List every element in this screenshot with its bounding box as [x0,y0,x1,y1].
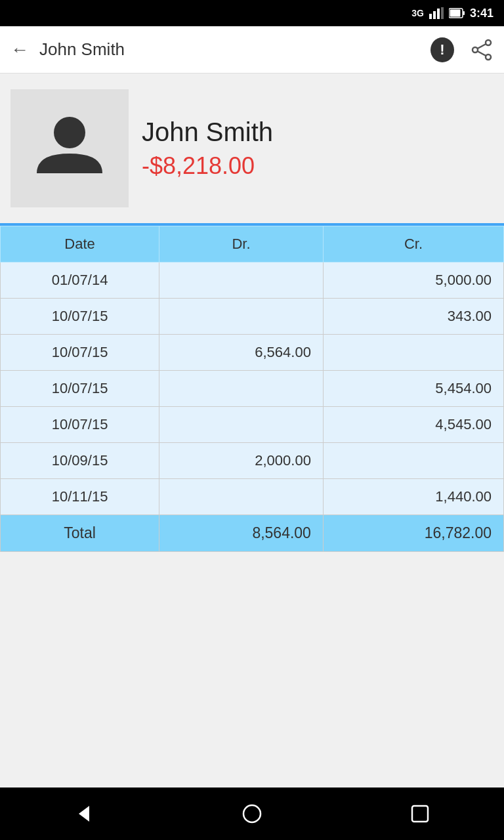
table-row: 10/09/152,000.00 [1,443,504,479]
total-dr: 8,564.00 [159,515,324,552]
share-button[interactable] [470,38,494,62]
dr-cell [159,407,324,443]
date-column-header: Date [1,226,159,262]
svg-line-11 [478,51,486,56]
person-icon [30,108,109,189]
table-row: 10/11/151,440.00 [1,479,504,515]
cr-cell [323,335,503,371]
app-bar: ← John Smith ! [0,26,504,74]
total-cr: 16,782.00 [323,515,503,552]
dr-cell [159,371,324,407]
svg-marker-13 [79,806,89,822]
date-cell: 10/09/15 [1,443,159,479]
signal-bars-icon [429,7,444,19]
transactions-table: Date Dr. Cr. 01/07/145,000.0010/07/15343… [0,226,504,788]
profile-info: John Smith -$8,218.00 [142,117,273,180]
avatar [10,89,129,207]
back-button[interactable]: ← [10,39,29,60]
dr-cell [159,262,324,299]
dr-column-header: Dr. [159,226,324,262]
share-icon [471,39,493,61]
profile-name: John Smith [142,117,273,147]
cr-cell: 1,440.00 [323,479,503,515]
profile-balance: -$8,218.00 [142,152,273,180]
dr-cell: 6,564.00 [159,335,324,371]
home-nav-button[interactable] [236,798,268,830]
cr-cell: 343.00 [323,299,503,335]
table-row: 01/07/145,000.00 [1,262,504,299]
info-button[interactable]: ! [430,38,454,62]
date-cell: 10/07/15 [1,371,159,407]
svg-point-12 [54,117,85,148]
svg-rect-2 [437,9,440,19]
status-bar: 3G 3:41 [0,0,504,26]
back-triangle-icon [74,803,94,824]
date-cell: 01/07/14 [1,262,159,299]
date-cell: 10/07/15 [1,335,159,371]
dr-cell [159,299,324,335]
table-header-row: Date Dr. Cr. [1,226,504,262]
total-row: Total8,564.0016,782.00 [1,515,504,552]
app-bar-title: John Smith [39,39,430,60]
back-nav-button[interactable] [68,798,100,830]
cr-column-header: Cr. [323,226,503,262]
date-cell: 10/07/15 [1,407,159,443]
svg-rect-1 [433,11,436,19]
cr-cell [323,443,503,479]
recent-square-icon [410,803,430,824]
total-label: Total [1,515,159,552]
svg-line-10 [478,44,486,49]
time-display: 3:41 [470,7,494,20]
date-cell: 10/07/15 [1,299,159,335]
exclamation-icon: ! [430,37,454,62]
table-row: 10/07/155,454.00 [1,371,504,407]
bottom-nav [0,788,504,840]
date-cell: 10/11/15 [1,479,159,515]
svg-rect-6 [450,10,460,17]
profile-section: John Smith -$8,218.00 [0,74,504,223]
dr-cell [159,479,324,515]
svg-rect-15 [412,806,428,822]
svg-rect-0 [429,14,432,19]
table-row: 10/07/154,545.00 [1,407,504,443]
table-row: 10/07/15343.00 [1,299,504,335]
battery-icon [449,8,465,18]
svg-point-7 [486,40,491,45]
signal-indicator: 3G [411,8,424,18]
action-buttons: ! [430,38,494,62]
dr-cell: 2,000.00 [159,443,324,479]
svg-rect-3 [441,7,444,19]
svg-point-14 [243,805,261,822]
cr-cell: 5,000.00 [323,262,503,299]
svg-point-9 [486,54,491,60]
table-row: 10/07/156,564.00 [1,335,504,371]
recent-nav-button[interactable] [404,798,436,830]
home-circle-icon [242,803,262,824]
cr-cell: 5,454.00 [323,371,503,407]
cr-cell: 4,545.00 [323,407,503,443]
svg-point-8 [472,47,478,52]
svg-rect-5 [463,11,465,15]
